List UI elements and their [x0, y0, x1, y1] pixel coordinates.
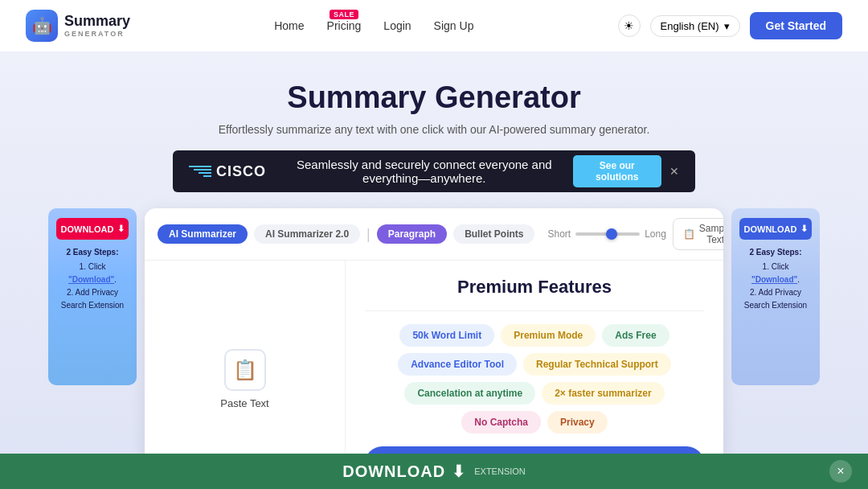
feature-50k-word-limit[interactable]: 50k Word Limit — [399, 324, 494, 347]
length-long-label: Long — [645, 228, 666, 240]
feature-advance-editor[interactable]: Advance Editor Tool — [398, 353, 517, 376]
close-icon: × — [837, 464, 844, 479]
bottom-extension-label: EXTENSION — [474, 466, 526, 476]
feature-faster-summarizer[interactable]: 2× faster summarizer — [542, 382, 664, 405]
feature-privacy[interactable]: Privacy — [547, 411, 608, 434]
hero-subtitle: Effortlessly summarize any text with one… — [16, 123, 852, 136]
slider-thumb — [606, 228, 617, 240]
step2-left: 2. Add Privacy Search Extension — [55, 286, 130, 312]
length-slider[interactable] — [575, 232, 640, 236]
premium-title: Premium Features — [365, 277, 704, 298]
sample-text-button[interactable]: 📋 Sample Text — [673, 218, 723, 250]
nav-home[interactable]: Home — [274, 19, 304, 32]
logo-text: Summary GENERATOR — [64, 14, 130, 38]
length-short-label: Short — [547, 228, 571, 240]
language-selector[interactable]: English (EN) ▾ — [650, 15, 740, 37]
download-icon-left: ⬇ — [117, 224, 125, 234]
sample-text-label: Sample Text — [699, 223, 723, 245]
tool-panel: AI Summarizer AI Summarizer 2.0 | Paragr… — [145, 208, 723, 489]
side-steps-left: 2 Easy Steps: 1. Click "Download". 2. Ad… — [48, 246, 137, 312]
steps-title-right: 2 Easy Steps: — [738, 246, 813, 259]
bottom-download-label: DOWNLOAD — [342, 462, 445, 481]
ad-banner: CISCO Seamlessly and securely connect ev… — [173, 150, 695, 192]
download-label-left: DOWNLOAD — [61, 224, 114, 234]
paste-label: Paste Text — [220, 397, 268, 409]
download-icon-right: ⬇ — [800, 224, 808, 234]
logo-icon: 🤖 — [26, 10, 58, 42]
bottom-close-button[interactable]: × — [829, 460, 852, 483]
get-started-button[interactable]: Get Started — [750, 12, 842, 39]
download-label-right: DOWNLOAD — [744, 224, 797, 234]
logo-name: Summary — [64, 14, 130, 30]
logo-sub: GENERATOR — [64, 30, 130, 38]
logo[interactable]: 🤖 Summary GENERATOR — [26, 10, 130, 42]
tab-bullet-points[interactable]: Bullet Points — [453, 224, 534, 244]
download-button-left[interactable]: DOWNLOAD ⬇ — [56, 218, 129, 240]
side-banner-right: DOWNLOAD ⬇ 2 Easy Steps: 1. Click "Downl… — [731, 208, 820, 385]
lang-label: English (EN) — [661, 20, 719, 32]
step1-right: 1. Click "Download". — [738, 261, 813, 286]
theme-toggle[interactable]: ☀ — [618, 14, 641, 37]
nav-links: Home SALE Pricing Login Sign Up — [274, 19, 473, 32]
sale-badge: SALE — [330, 10, 358, 19]
main-area: DOWNLOAD ⬇ 2 Easy Steps: 1. Click "Downl… — [16, 208, 852, 489]
side-banner-left: DOWNLOAD ⬇ 2 Easy Steps: 1. Click "Downl… — [48, 208, 137, 385]
feature-premium-mode[interactable]: Premium Mode — [501, 324, 596, 347]
length-control: Short Long — [547, 228, 665, 240]
steps-title-left: 2 Easy Steps: — [55, 246, 130, 259]
nav-signup[interactable]: Sign Up — [434, 19, 474, 32]
side-steps-right: 2 Easy Steps: 1. Click "Download". 2. Ad… — [731, 246, 820, 312]
tab-ai-summarizer[interactable]: AI Summarizer — [158, 224, 248, 244]
feature-ads-free[interactable]: Ads Free — [602, 324, 669, 347]
ad-cta-button[interactable]: See our solutions — [573, 155, 661, 187]
nav-login[interactable]: Login — [383, 19, 411, 32]
tool-tabs: AI Summarizer AI Summarizer 2.0 | Paragr… — [145, 208, 723, 261]
ad-close-icon[interactable]: ✕ — [669, 165, 679, 178]
feature-cancelation[interactable]: Cancelation at anytime — [404, 382, 535, 405]
bottom-download-icon: ⬇ — [452, 462, 466, 481]
tab-ai-summarizer-2[interactable]: AI Summarizer 2.0 — [254, 224, 360, 244]
paste-icon: 📋 — [224, 349, 266, 391]
nav-right: ☀ English (EN) ▾ Get Started — [618, 12, 842, 39]
download-button-right[interactable]: DOWNLOAD ⬇ — [739, 218, 812, 240]
feature-regular-support[interactable]: Regular Technical Support — [523, 353, 671, 376]
tab-separator: | — [366, 226, 371, 243]
nav-pricing-wrap: SALE Pricing — [327, 19, 362, 32]
clipboard-icon: 📋 — [683, 228, 695, 240]
ad-text: Seamlessly and securely connect everyone… — [276, 158, 573, 185]
navbar: 🤖 Summary GENERATOR Home SALE Pricing Lo… — [0, 0, 868, 51]
hero-title: Summary Generator — [16, 80, 852, 115]
bottom-download-bar: DOWNLOAD ⬇ EXTENSION × — [0, 454, 868, 489]
tab-paragraph[interactable]: Paragraph — [377, 224, 447, 244]
step1-left: 1. Click "Download". — [55, 261, 130, 286]
ad-left: CISCO Seamlessly and securely connect ev… — [189, 158, 573, 185]
cisco-logo: CISCO — [216, 163, 266, 180]
chevron-down-icon: ▾ — [724, 20, 730, 32]
premium-divider — [365, 310, 704, 311]
nav-pricing[interactable]: Pricing — [327, 19, 362, 32]
hero-section: Summary Generator Effortlessly summarize… — [0, 51, 868, 489]
features-grid: 50k Word Limit Premium Mode Ads Free Adv… — [365, 324, 704, 434]
feature-no-captcha[interactable]: No Captcha — [461, 411, 541, 434]
bottom-download-button[interactable]: DOWNLOAD ⬇ — [342, 462, 466, 481]
step2-right: 2. Add Privacy Search Extension — [738, 286, 813, 312]
